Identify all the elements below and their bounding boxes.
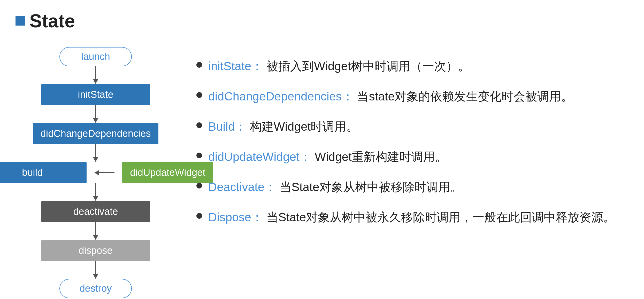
node-build: build xyxy=(0,162,87,183)
bullet-description: 当state对象的依赖发生变化时会被调用。 xyxy=(354,90,573,103)
arrow-head xyxy=(93,157,98,162)
state-lifecycle-diagram: launch initState didChangeDependencies xyxy=(16,47,176,298)
bullet-item-dispose: Dispose： 当State对象从树中被永久移除时调用，一般在此回调中释放资源… xyxy=(196,208,628,226)
node-launch: launch xyxy=(59,47,132,66)
arrow-line xyxy=(95,144,96,157)
bullet-dot xyxy=(196,153,202,158)
bullet-keyword: Build： xyxy=(208,120,247,133)
bullet-item-initstate: initState： 被插入到Widget树中时调用（一次）。 xyxy=(196,57,628,75)
arrow-head xyxy=(93,79,98,84)
arrow-launch-to-initstate xyxy=(93,66,98,84)
bullet-description: Widget重新构建时调用。 xyxy=(311,150,447,163)
bullet-description: 当State对象从树中被移除时调用。 xyxy=(276,180,462,194)
bullet-item-didupdatewidget: didUpdateWidget： Widget重新构建时调用。 xyxy=(196,148,628,166)
arrow-left-line xyxy=(99,172,114,173)
bullet-text: Build： 构建Widget时调用。 xyxy=(208,118,358,136)
bullet-description: 被插入到Widget树中时调用（一次）。 xyxy=(263,59,470,73)
bullet-item-deactivate: Deactivate： 当State对象从树中被移除时调用。 xyxy=(196,178,628,196)
node-initstate: initState xyxy=(41,84,150,105)
page-header: State xyxy=(16,10,628,32)
node-dispose: dispose xyxy=(41,240,150,261)
bullet-dot xyxy=(196,62,202,68)
arrow-dispose-to-destroy xyxy=(93,261,98,279)
arrow-head xyxy=(93,118,98,123)
node-didupdatewidget: didUpdateWidget xyxy=(122,162,213,183)
page-title: State xyxy=(29,10,75,32)
bullet-text: didChangeDependencies： 当state对象的依赖发生变化时会… xyxy=(208,88,573,105)
arrow-line xyxy=(95,105,96,118)
bullet-keyword: didUpdateWidget： xyxy=(208,150,311,163)
bullet-dot xyxy=(196,183,202,188)
bullet-keyword: Deactivate： xyxy=(208,180,276,194)
arrow-didupdatewidget-to-build xyxy=(94,170,114,175)
node-destroy: destroy xyxy=(59,279,132,298)
bullet-text: Dispose： 当State对象从树中被永久移除时调用，一般在此回调中释放资源… xyxy=(208,208,615,226)
bullet-dot xyxy=(196,92,202,98)
arrow-didchange-to-build xyxy=(93,144,98,162)
arrow-head xyxy=(93,196,98,201)
description-list: initState： 被插入到Widget树中时调用（一次）。 didChang… xyxy=(196,47,628,226)
arrow-head xyxy=(93,235,98,240)
node-didchangedependencies: didChangeDependencies xyxy=(33,123,159,144)
bullet-keyword: didChangeDependencies： xyxy=(208,90,354,103)
arrow-initstate-to-didchange xyxy=(93,105,98,123)
arrow-deactivate-to-dispose xyxy=(93,222,98,240)
bullet-dot xyxy=(196,122,202,128)
bullet-keyword: Dispose： xyxy=(208,210,263,224)
arrow-line xyxy=(95,66,96,79)
arrow-head xyxy=(93,274,98,279)
node-deactivate: deactivate xyxy=(41,201,150,222)
bullet-item-build: Build： 构建Widget时调用。 xyxy=(196,118,628,136)
bullet-description: 当State对象从树中被永久移除时调用，一般在此回调中释放资源。 xyxy=(263,210,615,224)
bullet-item-didchangedependencies: didChangeDependencies： 当state对象的依赖发生变化时会… xyxy=(196,88,628,105)
arrow-line xyxy=(95,183,96,196)
bullet-text: initState： 被插入到Widget树中时调用（一次）。 xyxy=(208,57,470,75)
title-icon xyxy=(16,16,25,26)
arrow-left-head xyxy=(94,170,99,175)
bullet-text: Deactivate： 当State对象从树中被移除时调用。 xyxy=(208,178,462,196)
arrow-build-to-deactivate xyxy=(93,183,98,201)
arrow-line xyxy=(95,222,96,235)
main-content: launch initState didChangeDependencies xyxy=(16,47,628,298)
arrow-line xyxy=(95,261,96,274)
bullet-description: 构建Widget时调用。 xyxy=(247,120,358,133)
build-row: build didUpdateWidget xyxy=(0,162,213,183)
bullet-keyword: initState： xyxy=(208,59,263,73)
bullet-dot xyxy=(196,213,202,219)
bullet-text: didUpdateWidget： Widget重新构建时调用。 xyxy=(208,148,447,166)
